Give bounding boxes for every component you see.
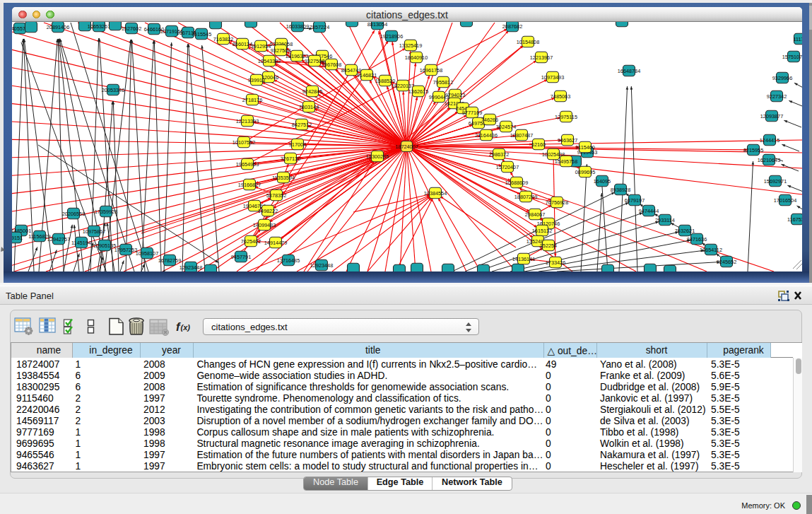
- svg-text:8215955: 8215955: [743, 147, 763, 153]
- svg-text:14099483: 14099483: [253, 222, 276, 228]
- svg-text:12975115: 12975115: [555, 114, 577, 120]
- svg-text:15720407: 15720407: [496, 164, 519, 170]
- svg-text:1527602: 1527602: [122, 25, 141, 32]
- svg-text:10654112: 10654112: [700, 247, 722, 253]
- svg-text:18724007: 18724007: [395, 144, 418, 150]
- svg-text:152254: 152254: [540, 243, 557, 249]
- svg-text:10543382: 10543382: [258, 58, 281, 64]
- svg-text:0899695: 0899695: [575, 169, 595, 175]
- svg-text:62160: 62160: [531, 141, 546, 148]
- svg-text:9777169: 9777169: [462, 110, 482, 116]
- svg-text:16648784: 16648784: [618, 68, 640, 74]
- svg-text:1145194: 1145194: [71, 240, 91, 246]
- svg-text:10973493: 10973493: [541, 74, 564, 81]
- svg-text:17359928: 17359928: [95, 209, 117, 215]
- svg-text:8427512: 8427512: [292, 122, 312, 128]
- svg-text:9329966: 9329966: [772, 75, 792, 81]
- svg-text:10975867: 10975867: [83, 228, 105, 235]
- svg-text:17957253: 17957253: [114, 247, 137, 253]
- svg-text:17016504: 17016504: [774, 197, 796, 204]
- svg-text:7955812: 7955812: [433, 79, 453, 86]
- svg-text:9242845: 9242845: [302, 88, 322, 95]
- svg-text:9457791: 9457791: [231, 254, 251, 260]
- svg-text:9115460: 9115460: [575, 144, 595, 151]
- svg-text:20891406: 20891406: [47, 24, 69, 30]
- svg-text:14136141: 14136141: [512, 256, 535, 262]
- svg-text:(x): (x): [181, 323, 191, 332]
- svg-text:11175: 11175: [793, 36, 802, 42]
- svg-text:11353594: 11353594: [272, 175, 295, 181]
- svg-text:9245652: 9245652: [717, 259, 736, 265]
- svg-text:8938928: 8938928: [611, 187, 630, 193]
- svg-text:10807487: 10807487: [510, 132, 533, 139]
- svg-text:18640910: 18640910: [405, 54, 428, 61]
- svg-text:8471636: 8471636: [687, 236, 707, 243]
- svg-text:20206558: 20206558: [62, 211, 85, 217]
- svg-text:12213967: 12213967: [530, 54, 553, 61]
- svg-text:2984067: 2984067: [525, 211, 545, 218]
- svg-text:12213393: 12213393: [236, 118, 259, 124]
- svg-text:14914479: 14914479: [264, 240, 287, 246]
- svg-text:2933114: 2933114: [655, 217, 675, 223]
- svg-text:12923448: 12923448: [310, 262, 333, 269]
- svg-text:2967608: 2967608: [322, 62, 341, 68]
- svg-text:15692971: 15692971: [764, 178, 787, 185]
- svg-text:9474444: 9474444: [639, 208, 659, 214]
- svg-text:10653267: 10653267: [88, 23, 110, 30]
- svg-text:7625402: 7625402: [241, 238, 261, 245]
- svg-text:1362615: 1362615: [408, 88, 428, 95]
- svg-text:10154808: 10154808: [517, 39, 539, 45]
- svg-text:15495758: 15495758: [555, 158, 577, 165]
- svg-text:19218906: 19218906: [380, 33, 403, 40]
- svg-text:9227342: 9227342: [767, 93, 787, 100]
- svg-text:76756928: 76756928: [546, 199, 568, 206]
- svg-text:939913: 939913: [248, 77, 265, 83]
- svg-text:2986372: 2986372: [489, 151, 509, 158]
- svg-text:20053346: 20053346: [102, 87, 124, 93]
- svg-text:8813054: 8813054: [367, 22, 387, 28]
- svg-text:1167533: 1167533: [787, 216, 802, 223]
- svg-text:1733426: 1733426: [546, 259, 565, 266]
- svg-text:10107552: 10107552: [233, 139, 255, 146]
- svg-text:8660124: 8660124: [233, 41, 252, 47]
- svg-text:1498222: 1498222: [258, 208, 278, 214]
- svg-text:7515545: 7515545: [192, 31, 211, 37]
- svg-text:7632621: 7632621: [675, 228, 695, 234]
- svg-text:19654953: 19654953: [236, 161, 259, 168]
- svg-text:1615132: 1615132: [532, 228, 552, 234]
- svg-text:7803144: 7803144: [299, 104, 319, 110]
- svg-text:12905135: 12905135: [93, 243, 116, 249]
- svg-text:13716485: 13716485: [277, 257, 300, 264]
- svg-text:16210643: 16210643: [758, 157, 780, 163]
- svg-text:13325419: 13325419: [399, 42, 422, 49]
- svg-text:164095: 164095: [594, 178, 611, 185]
- svg-text:21164436: 21164436: [475, 132, 498, 139]
- svg-text:3267130: 3267130: [281, 156, 300, 162]
- svg-text:9146821: 9146821: [357, 72, 377, 78]
- svg-text:7857224: 7857224: [310, 24, 329, 30]
- svg-text:3912954: 3912954: [251, 43, 271, 49]
- svg-text:9463627: 9463627: [558, 137, 577, 144]
- svg-text:16782759: 16782759: [158, 257, 181, 264]
- svg-text:18807249: 18807249: [514, 194, 537, 200]
- svg-text:16961758: 16961758: [420, 67, 442, 74]
- svg-text:12093877: 12093877: [760, 113, 783, 119]
- svg-text:3024574: 3024574: [496, 124, 516, 130]
- svg-text:6879197: 6879197: [625, 197, 645, 204]
- svg-text:18300295: 18300295: [366, 153, 389, 160]
- svg-text:2718176: 2718176: [242, 97, 262, 103]
- svg-text:19384554: 19384554: [424, 190, 447, 197]
- svg-text:1244415: 1244415: [760, 137, 779, 144]
- svg-text:2087682: 2087682: [502, 23, 522, 30]
- svg-text:12942757: 12942757: [47, 236, 70, 243]
- svg-text:15751074: 15751074: [782, 54, 802, 60]
- svg-text:19166827: 19166827: [238, 182, 261, 188]
- svg-text:10688609: 10688609: [505, 180, 528, 186]
- svg-text:39151: 39151: [12, 235, 23, 241]
- svg-text:7485063: 7485063: [551, 93, 570, 100]
- svg-text:917004: 917004: [289, 141, 306, 148]
- svg-text:5878352: 5878352: [266, 192, 286, 199]
- svg-text:12923448: 12923448: [180, 264, 202, 271]
- svg-text:10958107: 10958107: [136, 250, 158, 257]
- svg-text:16033809: 16033809: [286, 23, 309, 30]
